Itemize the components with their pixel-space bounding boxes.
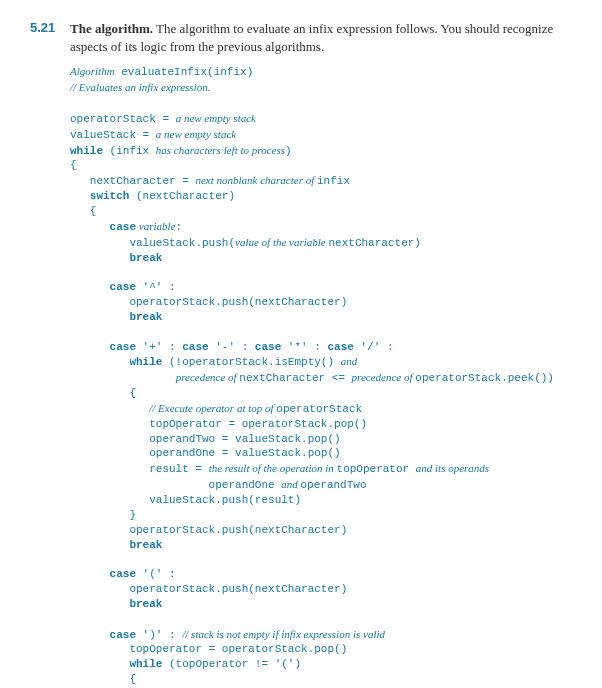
t: valueStack.push( — [70, 237, 235, 249]
t: operandTwo = valueStack.pop() — [70, 433, 341, 445]
t: result = — [70, 463, 209, 475]
t: evaluateInfix(infix) — [121, 66, 253, 78]
t: '+' : — [136, 341, 182, 353]
t: '*' : — [281, 341, 327, 353]
t: variable — [136, 220, 175, 232]
t: next nonblank character of — [195, 174, 317, 186]
t: and — [341, 355, 358, 367]
t: precedence of — [176, 371, 240, 383]
t: operatorStack.push(nextCharacter) — [70, 583, 347, 595]
t: operandOne = valueStack.pop() — [70, 447, 341, 459]
t: operatorStack = — [70, 113, 176, 125]
t: and — [281, 478, 300, 490]
t: and its operands — [416, 462, 489, 474]
t: the result of the operation in — [209, 462, 337, 474]
t: switch — [70, 190, 129, 202]
t: (nextCharacter) — [129, 190, 235, 202]
t: ')' : — [136, 629, 182, 641]
t: precedence of — [352, 371, 416, 383]
section-number: 5.21 — [30, 20, 70, 35]
t: value of the variable — [235, 236, 328, 248]
section-title: The algorithm. — [70, 21, 153, 36]
t: case — [255, 341, 281, 353]
t — [70, 372, 176, 384]
algorithm-block: Algorithm evaluateInfix(infix) // Evalua… — [70, 64, 572, 688]
t: : — [175, 221, 182, 233]
t: '^' : — [136, 281, 176, 293]
t: nextCharacter) — [329, 237, 421, 249]
t: '-' : — [209, 341, 255, 353]
t: break — [70, 311, 162, 323]
t: case — [327, 341, 353, 353]
section-header: 5.21 The algorithm. The algorithm to eva… — [30, 20, 572, 56]
t: Algorithm — [70, 65, 115, 77]
t: case — [70, 629, 136, 641]
t — [70, 403, 149, 415]
t: operatorStack.push(nextCharacter) — [70, 296, 347, 308]
t: operatorStack — [276, 403, 362, 415]
t: (topOperator != '(') — [162, 658, 301, 670]
t: case — [70, 221, 136, 233]
t: operatorStack.peek()) — [415, 372, 554, 384]
t: case — [182, 341, 208, 353]
t: operandOne — [70, 479, 281, 491]
t: nextCharacter <= — [239, 372, 351, 384]
t: case — [70, 281, 136, 293]
section-text: The algorithm. The algorithm to evaluate… — [70, 20, 572, 56]
t: break — [70, 598, 162, 610]
t: // stack is not empty if infix expressio… — [182, 628, 385, 640]
t: while — [70, 658, 162, 670]
t: operandTwo — [300, 479, 366, 491]
t: topOperator = operatorStack.pop() — [70, 418, 367, 430]
t: valueStack.push(result) — [70, 494, 301, 506]
t: { — [70, 387, 136, 399]
t: case — [70, 568, 136, 580]
t: valueStack = — [70, 129, 156, 141]
t: while — [70, 145, 103, 157]
t: infix — [317, 175, 350, 187]
t: has characters left to process — [156, 144, 285, 156]
t: { — [70, 673, 136, 685]
t: // Execute operator at top of — [149, 402, 276, 414]
t: '(' : — [136, 568, 176, 580]
t: { — [70, 205, 96, 217]
t: operatorStack.push(nextCharacter) — [70, 524, 347, 536]
t: break — [70, 252, 162, 264]
t: nextCharacter = — [70, 175, 195, 187]
t: ) — [285, 145, 292, 157]
t: topOperator = operatorStack.pop() — [70, 643, 347, 655]
t: break — [70, 539, 162, 551]
t: } — [70, 509, 136, 521]
t: '/' : — [354, 341, 394, 353]
t: // Evaluates an infix expression. — [70, 81, 210, 93]
t: a new empty stack — [176, 112, 256, 124]
t: topOperator — [337, 463, 416, 475]
t: while — [70, 356, 162, 368]
t: { — [70, 159, 77, 171]
t: case — [70, 341, 136, 353]
t: (!operatorStack.isEmpty() — [162, 356, 340, 368]
t: (infix — [103, 145, 156, 157]
t: a new empty stack — [156, 128, 236, 140]
